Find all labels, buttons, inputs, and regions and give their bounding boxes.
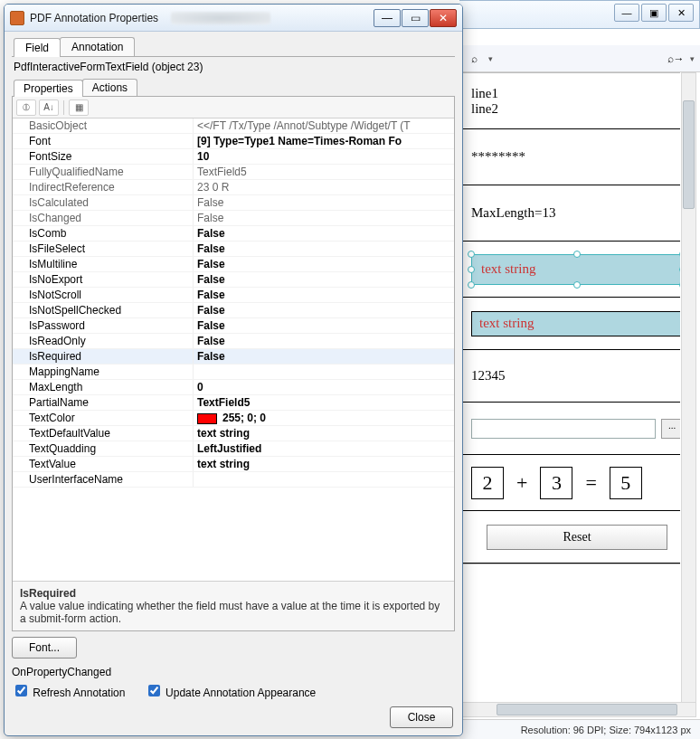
propgrid-rows[interactable]: BasicObject<</FT /Tx/Type /Annot/Subtype…: [13, 118, 454, 581]
font-button[interactable]: Font...: [12, 637, 77, 658]
resize-handle-icon[interactable]: [468, 281, 475, 289]
maximize-button[interactable]: ▭: [402, 9, 429, 27]
pdf-viewport[interactable]: line1 line2 ******** MaxLength=13 text s…: [459, 72, 680, 703]
property-row[interactable]: IsNotScrollFalse: [13, 288, 454, 303]
pdf-text-input[interactable]: [471, 419, 656, 439]
property-row[interactable]: IsFileSelectFalse: [13, 242, 454, 257]
property-value[interactable]: LeftJustified: [194, 441, 454, 456]
property-value[interactable]: False: [194, 242, 454, 256]
tab-properties[interactable]: Properties: [14, 80, 83, 97]
pdf-browse-button[interactable]: ...: [661, 419, 680, 439]
property-value[interactable]: 10: [194, 149, 454, 164]
property-row[interactable]: IsRequiredFalse: [13, 349, 454, 365]
alphabetical-icon[interactable]: A↓: [39, 99, 59, 116]
tab-field[interactable]: Field: [14, 38, 61, 57]
property-row[interactable]: Font[9] Type=Type1 Name=Times-Roman Fo: [13, 134, 454, 149]
property-value[interactable]: 0: [194, 380, 454, 394]
property-row[interactable]: MaxLength0: [13, 380, 454, 395]
pdf-row-plain-field: text string: [460, 298, 680, 350]
property-value[interactable]: False: [194, 288, 454, 302]
refresh-annotation-checkbox[interactable]: [15, 685, 27, 696]
scrollbar-thumb[interactable]: [497, 704, 677, 715]
property-row[interactable]: IsMultilineFalse: [13, 257, 454, 272]
property-value[interactable]: [9] Type=Type1 Name=Times-Roman Fo: [194, 134, 454, 148]
tab-actions[interactable]: Actions: [82, 79, 137, 96]
property-row[interactable]: TextColor255; 0; 0: [13, 411, 454, 426]
resize-handle-icon[interactable]: [679, 281, 680, 289]
bg-maximize-button[interactable]: ▣: [641, 4, 667, 22]
vertical-scrollbar[interactable]: [681, 72, 696, 703]
property-value[interactable]: False: [194, 226, 454, 241]
refresh-checkbox-label[interactable]: Refresh Annotation: [12, 687, 125, 699]
find-icon[interactable]: ⌕: [465, 50, 483, 68]
update-appearance-checkbox[interactable]: [148, 685, 160, 696]
property-pages-icon[interactable]: ▦: [69, 99, 89, 116]
property-value[interactable]: False: [194, 211, 454, 225]
property-value[interactable]: TextField5: [194, 165, 454, 179]
close-button[interactable]: Close: [390, 706, 453, 728]
property-row[interactable]: PartialNameTextField5: [13, 395, 454, 411]
property-row[interactable]: UserInterfaceName: [13, 472, 454, 488]
property-row[interactable]: TextQuaddingLeftJustified: [13, 441, 454, 457]
dialog-titlebar[interactable]: PDF Annotation Properties — ▭ ✕: [5, 5, 462, 32]
calc-operand-a[interactable]: 2: [471, 467, 504, 499]
categorized-icon[interactable]: ⦷: [16, 99, 36, 116]
property-value[interactable]: False: [194, 272, 454, 287]
property-row[interactable]: IndirectReference23 0 R: [13, 180, 454, 195]
resize-handle-icon[interactable]: [468, 251, 475, 258]
property-value[interactable]: TextField5: [194, 395, 454, 410]
property-key: TextDefaultValue: [13, 426, 194, 441]
property-row[interactable]: IsNoExportFalse: [13, 272, 454, 288]
property-value[interactable]: [194, 472, 454, 487]
property-value[interactable]: False: [194, 195, 454, 210]
dropdown-arrow-icon[interactable]: ▾: [488, 54, 493, 63]
pdf-password-value: ********: [471, 149, 525, 165]
resize-handle-icon[interactable]: [573, 251, 581, 258]
pdf-field-plain[interactable]: text string: [471, 311, 680, 336]
dropdown-arrow-icon[interactable]: ▾: [690, 54, 695, 63]
property-row[interactable]: IsChangedFalse: [13, 211, 454, 226]
property-value[interactable]: text string: [194, 426, 454, 441]
resize-handle-icon[interactable]: [679, 266, 680, 273]
property-row[interactable]: IsNotSpellCheckedFalse: [13, 303, 454, 318]
property-row[interactable]: BasicObject<</FT /Tx/Type /Annot/Subtype…: [13, 118, 454, 134]
window-close-button[interactable]: ✕: [430, 9, 457, 27]
bg-close-button[interactable]: ✕: [668, 4, 694, 22]
property-row[interactable]: TextValuetext string: [13, 457, 454, 472]
property-row[interactable]: MappingName: [13, 365, 454, 380]
property-value[interactable]: 23 0 R: [194, 180, 454, 194]
bg-minimize-button[interactable]: —: [614, 4, 639, 22]
events-section-label: OnPropertyChanged: [12, 664, 455, 680]
pdf-row-reset: Reset: [460, 511, 680, 564]
property-row[interactable]: IsCalculatedFalse: [13, 195, 454, 211]
property-value[interactable]: False: [194, 303, 454, 317]
property-row[interactable]: TextDefaultValuetext string: [13, 426, 454, 441]
scrollbar-thumb[interactable]: [683, 100, 695, 209]
resize-handle-icon[interactable]: [573, 281, 581, 289]
property-row[interactable]: FullyQualifiedNameTextField5: [13, 165, 454, 180]
pdf-field-selected[interactable]: text string: [471, 254, 680, 285]
property-value[interactable]: text string: [194, 457, 454, 471]
property-row[interactable]: IsCombFalse: [13, 226, 454, 242]
find-next-icon[interactable]: ⌕→: [667, 50, 685, 68]
property-value[interactable]: False: [194, 334, 454, 348]
property-row[interactable]: IsPasswordFalse: [13, 318, 454, 334]
property-key: IndirectReference: [13, 180, 194, 194]
property-value[interactable]: False: [194, 349, 454, 364]
minimize-button[interactable]: —: [374, 9, 401, 27]
property-row[interactable]: IsReadOnlyFalse: [13, 334, 454, 349]
pdf-reset-button[interactable]: Reset: [487, 525, 667, 550]
horizontal-scrollbar[interactable]: [459, 702, 696, 717]
calc-operand-b[interactable]: 3: [540, 467, 572, 499]
property-value[interactable]: <</FT /Tx/Type /Annot/Subtype /Widget/T …: [194, 118, 454, 133]
update-checkbox-label[interactable]: Update Annotation Appearance: [145, 687, 316, 699]
resize-handle-icon[interactable]: [468, 266, 475, 273]
tab-annotation[interactable]: Annotation: [60, 37, 135, 56]
resize-handle-icon[interactable]: [679, 251, 680, 258]
property-value[interactable]: 255; 0; 0: [194, 411, 454, 425]
property-value[interactable]: False: [194, 257, 454, 271]
property-row[interactable]: FontSize10: [13, 149, 454, 165]
property-value[interactable]: False: [194, 318, 454, 333]
pdf-row-selected-field: text string: [460, 242, 680, 298]
property-value[interactable]: [194, 365, 454, 379]
